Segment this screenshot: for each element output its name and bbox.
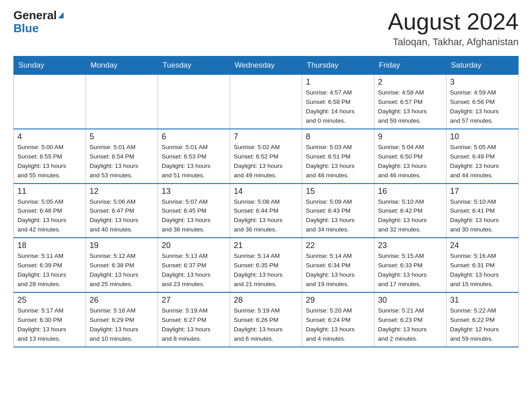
calendar-cell: 24Sunrise: 5:16 AMSunset: 6:31 PMDayligh… [446, 238, 519, 292]
sun-info: Sunrise: 5:22 AMSunset: 6:22 PMDaylight:… [450, 307, 499, 342]
day-number: 31 [450, 295, 515, 305]
day-number: 10 [450, 132, 515, 141]
day-number: 1 [306, 77, 370, 87]
day-number: 30 [378, 295, 442, 305]
sun-info: Sunrise: 5:01 AMSunset: 6:54 PMDaylight:… [90, 144, 138, 179]
sun-info: Sunrise: 4:57 AMSunset: 6:58 PMDaylight:… [306, 89, 355, 124]
calendar-week-row: 11Sunrise: 5:05 AMSunset: 6:48 PMDayligh… [14, 184, 519, 238]
day-number: 16 [378, 187, 442, 196]
sun-info: Sunrise: 5:07 AMSunset: 6:45 PMDaylight:… [162, 198, 210, 233]
sun-info: Sunrise: 5:06 AMSunset: 6:47 PMDaylight:… [90, 198, 138, 233]
calendar-cell: 11Sunrise: 5:05 AMSunset: 6:48 PMDayligh… [14, 184, 86, 238]
calendar-cell: 10Sunrise: 5:05 AMSunset: 6:49 PMDayligh… [446, 129, 519, 184]
day-number: 19 [90, 241, 154, 250]
calendar-week-row: 1Sunrise: 4:57 AMSunset: 6:58 PMDaylight… [14, 75, 519, 129]
day-number: 6 [162, 132, 226, 141]
calendar-cell [86, 75, 158, 129]
sun-info: Sunrise: 4:58 AMSunset: 6:57 PMDaylight:… [378, 89, 427, 124]
sun-info: Sunrise: 5:00 AMSunset: 6:55 PMDaylight:… [17, 144, 66, 179]
sun-info: Sunrise: 5:19 AMSunset: 6:26 PMDaylight:… [234, 307, 283, 342]
day-number: 29 [306, 295, 370, 305]
calendar-cell: 2Sunrise: 4:58 AMSunset: 6:57 PMDaylight… [374, 75, 446, 129]
calendar-header-row: SundayMondayTuesdayWednesdayThursdayFrid… [14, 56, 519, 75]
weekday-header: Friday [374, 56, 446, 75]
title-block: August 2024 Taloqan, Takhar, Afghanistan [388, 9, 519, 48]
sun-info: Sunrise: 5:17 AMSunset: 6:30 PMDaylight:… [17, 307, 66, 342]
weekday-header: Tuesday [158, 56, 230, 75]
weekday-header: Thursday [302, 56, 374, 75]
day-number: 26 [90, 295, 154, 305]
sun-info: Sunrise: 5:03 AMSunset: 6:51 PMDaylight:… [306, 144, 355, 179]
sun-info: Sunrise: 4:59 AMSunset: 6:56 PMDaylight:… [450, 89, 499, 124]
calendar-cell: 3Sunrise: 4:59 AMSunset: 6:56 PMDaylight… [446, 75, 519, 129]
sun-info: Sunrise: 5:12 AMSunset: 6:38 PMDaylight:… [90, 253, 138, 287]
logo-general-text: General [13, 9, 57, 22]
calendar-cell: 16Sunrise: 5:10 AMSunset: 6:42 PMDayligh… [374, 184, 446, 238]
calendar-cell: 26Sunrise: 5:18 AMSunset: 6:29 PMDayligh… [86, 292, 158, 347]
day-number: 5 [90, 132, 154, 141]
sun-info: Sunrise: 5:21 AMSunset: 6:23 PMDaylight:… [378, 307, 427, 342]
weekday-header: Sunday [14, 56, 86, 75]
day-number: 9 [378, 132, 442, 141]
calendar-cell: 14Sunrise: 5:08 AMSunset: 6:44 PMDayligh… [230, 184, 302, 238]
sun-info: Sunrise: 5:05 AMSunset: 6:49 PMDaylight:… [450, 144, 499, 179]
calendar-cell: 9Sunrise: 5:04 AMSunset: 6:50 PMDaylight… [374, 129, 446, 184]
sun-info: Sunrise: 5:05 AMSunset: 6:48 PMDaylight:… [17, 198, 66, 233]
calendar-cell [158, 75, 230, 129]
calendar-cell: 6Sunrise: 5:01 AMSunset: 6:53 PMDaylight… [158, 129, 230, 184]
day-number: 18 [17, 241, 82, 250]
day-number: 25 [17, 295, 82, 305]
calendar-cell: 4Sunrise: 5:00 AMSunset: 6:55 PMDaylight… [14, 129, 86, 184]
calendar-cell: 15Sunrise: 5:09 AMSunset: 6:43 PMDayligh… [302, 184, 374, 238]
day-number: 12 [90, 187, 154, 196]
sun-info: Sunrise: 5:15 AMSunset: 6:33 PMDaylight:… [378, 253, 427, 287]
sun-info: Sunrise: 5:08 AMSunset: 6:44 PMDaylight:… [234, 198, 283, 233]
weekday-header: Wednesday [230, 56, 302, 75]
calendar-cell: 1Sunrise: 4:57 AMSunset: 6:58 PMDaylight… [302, 75, 374, 129]
month-title: August 2024 [388, 9, 519, 34]
location-title: Taloqan, Takhar, Afghanistan [388, 36, 519, 48]
sun-info: Sunrise: 5:13 AMSunset: 6:37 PMDaylight:… [162, 253, 210, 287]
calendar-cell: 22Sunrise: 5:14 AMSunset: 6:34 PMDayligh… [302, 238, 374, 292]
calendar-cell [230, 75, 302, 129]
day-number: 13 [162, 187, 226, 196]
day-number: 27 [162, 295, 226, 305]
sun-info: Sunrise: 5:19 AMSunset: 6:27 PMDaylight:… [162, 307, 210, 342]
day-number: 23 [378, 241, 442, 250]
sun-info: Sunrise: 5:02 AMSunset: 6:52 PMDaylight:… [234, 144, 283, 179]
sun-info: Sunrise: 5:10 AMSunset: 6:41 PMDaylight:… [450, 198, 499, 233]
sun-info: Sunrise: 5:20 AMSunset: 6:24 PMDaylight:… [306, 307, 355, 342]
calendar-cell: 27Sunrise: 5:19 AMSunset: 6:27 PMDayligh… [158, 292, 230, 347]
calendar-cell: 13Sunrise: 5:07 AMSunset: 6:45 PMDayligh… [158, 184, 230, 238]
calendar-cell: 19Sunrise: 5:12 AMSunset: 6:38 PMDayligh… [86, 238, 158, 292]
calendar-week-row: 25Sunrise: 5:17 AMSunset: 6:30 PMDayligh… [14, 292, 519, 347]
calendar-cell: 28Sunrise: 5:19 AMSunset: 6:26 PMDayligh… [230, 292, 302, 347]
calendar-cell: 23Sunrise: 5:15 AMSunset: 6:33 PMDayligh… [374, 238, 446, 292]
sun-info: Sunrise: 5:14 AMSunset: 6:34 PMDaylight:… [306, 253, 355, 287]
calendar-cell: 5Sunrise: 5:01 AMSunset: 6:54 PMDaylight… [86, 129, 158, 184]
day-number: 15 [306, 187, 370, 196]
sun-info: Sunrise: 5:10 AMSunset: 6:42 PMDaylight:… [378, 198, 427, 233]
day-number: 14 [234, 187, 298, 196]
calendar-cell: 25Sunrise: 5:17 AMSunset: 6:30 PMDayligh… [14, 292, 86, 347]
calendar-cell: 18Sunrise: 5:11 AMSunset: 6:39 PMDayligh… [14, 238, 86, 292]
calendar-cell: 29Sunrise: 5:20 AMSunset: 6:24 PMDayligh… [302, 292, 374, 347]
sun-info: Sunrise: 5:04 AMSunset: 6:50 PMDaylight:… [378, 144, 427, 179]
day-number: 17 [450, 187, 515, 196]
calendar-cell: 7Sunrise: 5:02 AMSunset: 6:52 PMDaylight… [230, 129, 302, 184]
day-number: 11 [17, 187, 82, 196]
calendar-week-row: 4Sunrise: 5:00 AMSunset: 6:55 PMDaylight… [14, 129, 519, 184]
day-number: 20 [162, 241, 226, 250]
calendar-cell: 17Sunrise: 5:10 AMSunset: 6:41 PMDayligh… [446, 184, 519, 238]
calendar-table: SundayMondayTuesdayWednesdayThursdayFrid… [13, 56, 519, 347]
calendar-cell: 31Sunrise: 5:22 AMSunset: 6:22 PMDayligh… [446, 292, 519, 347]
calendar-cell: 30Sunrise: 5:21 AMSunset: 6:23 PMDayligh… [374, 292, 446, 347]
day-number: 24 [450, 241, 515, 250]
weekday-header: Saturday [446, 56, 519, 75]
sun-info: Sunrise: 5:16 AMSunset: 6:31 PMDaylight:… [450, 253, 499, 287]
day-number: 3 [450, 77, 515, 87]
calendar-cell [14, 75, 86, 129]
calendar-cell: 20Sunrise: 5:13 AMSunset: 6:37 PMDayligh… [158, 238, 230, 292]
day-number: 28 [234, 295, 298, 305]
calendar-cell: 21Sunrise: 5:14 AMSunset: 6:35 PMDayligh… [230, 238, 302, 292]
